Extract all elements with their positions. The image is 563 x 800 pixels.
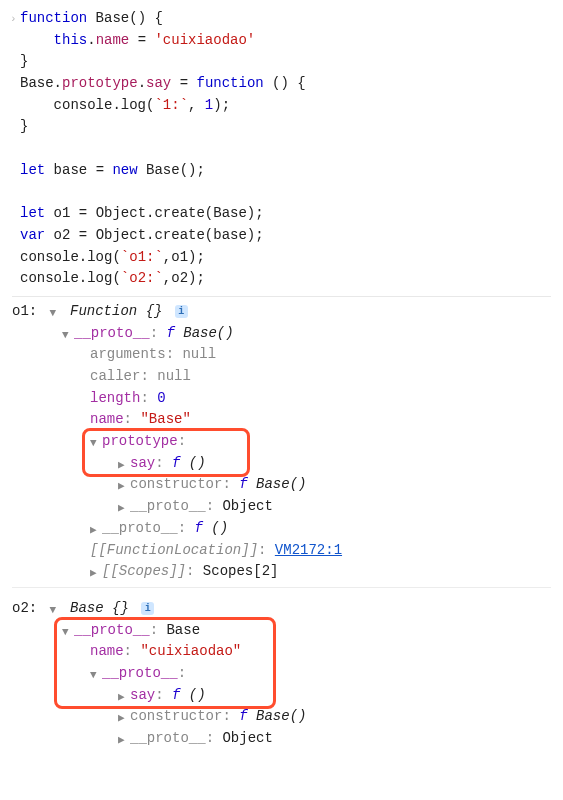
constructor-row[interactable]: constructor: f Base() — [12, 474, 551, 496]
object-header[interactable]: Base {} — [70, 600, 129, 616]
expand-arrow-icon[interactable] — [90, 522, 100, 539]
length-row[interactable]: length: 0 — [12, 388, 551, 410]
expand-arrow-icon[interactable] — [50, 305, 60, 322]
expand-arrow-icon[interactable] — [118, 732, 128, 749]
object-header[interactable]: Function {} — [70, 303, 162, 319]
source-code: function Base() { this.name = 'cuixiaoda… — [20, 8, 551, 290]
devtools-console: › function Base() { this.name = 'cuixiao… — [12, 8, 551, 750]
console-output-o2: o2: Base {} i __proto__: Base name: "cui… — [12, 594, 551, 750]
caller-row[interactable]: caller: null — [12, 366, 551, 388]
say-row[interactable]: say: f () — [12, 685, 551, 707]
log-label-o1: o1: — [12, 303, 46, 319]
expand-arrow-icon[interactable] — [50, 602, 60, 619]
prototype-row[interactable]: prototype: — [12, 431, 551, 453]
proto-inner-row[interactable]: __proto__: Object — [12, 496, 551, 518]
say-row[interactable]: say: f () — [12, 453, 551, 475]
expand-arrow-icon[interactable] — [62, 624, 72, 641]
info-icon[interactable]: i — [175, 305, 188, 318]
function-location-row[interactable]: [[FunctionLocation]]: VM2172:1 — [12, 540, 551, 562]
expand-arrow-icon[interactable] — [118, 478, 128, 495]
proto2-row[interactable]: __proto__: f () — [12, 518, 551, 540]
console-prompt-icon: › — [10, 11, 17, 28]
expand-arrow-icon[interactable] — [90, 667, 100, 684]
expand-arrow-icon[interactable] — [90, 435, 100, 452]
name-row[interactable]: name: "Base" — [12, 409, 551, 431]
expand-arrow-icon[interactable] — [90, 565, 100, 582]
arguments-row[interactable]: arguments: null — [12, 344, 551, 366]
expand-arrow-icon[interactable] — [118, 710, 128, 727]
scopes-row[interactable]: [[Scopes]]: Scopes[2] — [12, 561, 551, 583]
proto-deep-row[interactable]: __proto__: Object — [12, 728, 551, 750]
info-icon[interactable]: i — [141, 602, 154, 615]
proto-inner-row[interactable]: __proto__: — [12, 663, 551, 685]
constructor-row[interactable]: constructor: f Base() — [12, 706, 551, 728]
proto-row[interactable]: __proto__: f Base() — [12, 323, 551, 345]
expand-arrow-icon[interactable] — [118, 689, 128, 706]
expand-arrow-icon[interactable] — [62, 327, 72, 344]
log-label-o2: o2: — [12, 600, 46, 616]
console-output-o1: o1: Function {} i __proto__: f Base() ar… — [12, 296, 551, 583]
proto-row[interactable]: __proto__: Base — [12, 620, 551, 642]
expand-arrow-icon[interactable] — [118, 500, 128, 517]
expand-arrow-icon[interactable] — [118, 457, 128, 474]
name-row[interactable]: name: "cuixiaodao" — [12, 641, 551, 663]
